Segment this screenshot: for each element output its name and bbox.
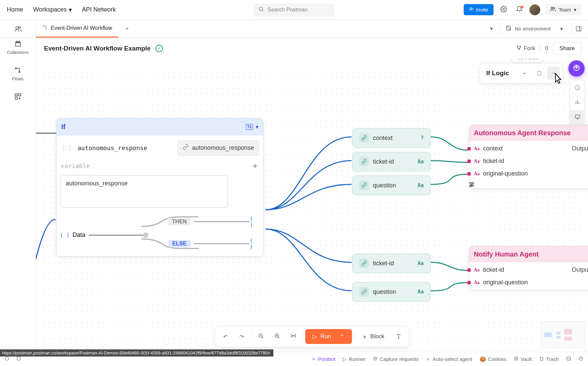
zoom-in-button[interactable] <box>270 329 285 344</box>
add-tab-button[interactable]: ＋ <box>118 20 136 38</box>
nav-workspaces[interactable]: Workspaces ▾ <box>33 6 72 14</box>
online-icon <box>5 356 9 362</box>
play-icon: ▷ <box>313 333 317 340</box>
team-label: Team <box>559 7 571 13</box>
chevron-down-icon[interactable]: ▾ <box>256 124 258 130</box>
environment-dropdown[interactable]: No environment ▾ <box>500 22 568 35</box>
svg-point-7 <box>553 7 555 9</box>
text-button[interactable]: T <box>391 329 406 344</box>
svg-point-10 <box>43 26 44 27</box>
status-help[interactable] <box>579 356 583 362</box>
avatar[interactable] <box>529 4 540 15</box>
presentation-icon <box>574 114 581 121</box>
svg-rect-24 <box>15 97 17 99</box>
gear-icon <box>500 6 507 14</box>
var-chip-ticket-id-b[interactable]: ticket-id Aa <box>352 253 431 273</box>
minimap[interactable] <box>541 321 585 348</box>
check-circle-icon: ✓ <box>426 356 430 362</box>
settings-button[interactable] <box>498 4 509 15</box>
then-output-port[interactable]: ( ) <box>250 215 259 228</box>
svg-rect-31 <box>575 115 580 118</box>
status-runner[interactable]: ▷ Runner <box>343 356 365 362</box>
variable-chip-label: autonomous_response <box>192 144 254 151</box>
fork-label: Fork <box>524 45 535 52</box>
result-row-label: original-question <box>483 170 528 177</box>
activity-button[interactable] <box>570 95 585 110</box>
slide-stop-button[interactable]: □ <box>533 67 546 80</box>
slide-next-button[interactable]: → <box>547 67 560 80</box>
arrow-left-icon: ← <box>522 70 528 77</box>
result-node-notify-human[interactable]: Notify Human Agent 3 Aaticket-idOutput( … <box>469 246 588 290</box>
sidebar-item-more[interactable] <box>14 93 22 101</box>
nav-home[interactable]: Home <box>7 6 23 13</box>
notification-dot <box>521 6 523 8</box>
flow-ai-button[interactable] <box>568 60 585 77</box>
svg-rect-23 <box>18 94 20 96</box>
slide-prev-button[interactable]: ← <box>519 67 531 80</box>
capture-label: Capture requests <box>380 356 419 362</box>
fit-view-button[interactable] <box>286 329 301 344</box>
status-online[interactable] <box>5 356 9 362</box>
status-cookies[interactable]: 🍪 Cookies <box>480 356 506 362</box>
undo-button[interactable]: ↶ <box>218 329 233 344</box>
link-icon <box>359 157 369 166</box>
help-icon <box>579 356 583 362</box>
status-auto-select[interactable]: ✓ Auto-select agent <box>426 356 472 362</box>
ts-badge-icon: TS <box>246 124 253 130</box>
status-sync[interactable] <box>16 356 21 362</box>
run-button[interactable]: ▷ Run ⌃ <box>305 329 352 344</box>
fork-button[interactable]: Fork <box>516 45 535 52</box>
if-condition-var: autonomous_response <box>78 144 147 151</box>
redo-button[interactable]: ↷ <box>234 329 249 344</box>
drag-handle-icon[interactable]: ⋮⋮ <box>61 144 73 152</box>
search-input[interactable]: Search Postman <box>253 3 335 16</box>
right-rail: ⓘ <box>570 80 585 125</box>
share-button[interactable]: Share <box>553 42 581 55</box>
link-icon <box>359 133 369 143</box>
var-chip-context[interactable]: context ? <box>352 128 431 148</box>
svg-point-18 <box>519 48 520 49</box>
sidebar-toggle-icon[interactable] <box>571 23 582 34</box>
else-output-port[interactable]: ( ) <box>250 237 259 250</box>
result-row-label: ticket-id <box>483 266 504 273</box>
team-dropdown[interactable]: Team ▾ <box>545 4 581 15</box>
then-branch-label: THEN <box>168 218 191 225</box>
status-panels[interactable] <box>566 356 571 362</box>
status-vault[interactable]: Vault <box>514 356 532 362</box>
tab-dropdown[interactable]: ▾ <box>486 23 497 34</box>
status-trash[interactable]: Trash <box>539 356 559 362</box>
invite-button[interactable]: Invite <box>464 4 493 15</box>
result-node-autonomous[interactable]: Autonomous Agent Response 2 AacontextOut… <box>469 125 588 189</box>
nav-api-network[interactable]: API Network <box>82 6 116 13</box>
var-chip-question-a[interactable]: question Aa <box>352 176 431 195</box>
var-chip-ticket-id-a[interactable]: ticket-id Aa <box>352 152 431 171</box>
status-postbot[interactable]: ✧ Postbot <box>312 356 335 362</box>
var-chip-question-b[interactable]: question Aa <box>352 282 431 302</box>
trash-icon <box>539 356 544 362</box>
notifications-button[interactable] <box>514 4 525 15</box>
sidebar-item-flows[interactable]: Flows <box>12 66 24 81</box>
presentation-button[interactable] <box>570 110 585 125</box>
if-block[interactable]: If TS ▾ ⋮⋮ autonomous_response autonomou… <box>56 118 264 257</box>
fork-count: 0 <box>545 45 548 52</box>
postbot-label: Postbot <box>318 356 335 362</box>
info-icon: ⓘ <box>575 84 580 92</box>
svg-point-54 <box>375 358 376 359</box>
variable-chip-autonomous-response[interactable]: autonomous_response <box>177 140 259 156</box>
zoom-out-button[interactable] <box>253 329 268 344</box>
vault-icon <box>514 356 519 362</box>
add-block-button[interactable]: ＋ Block <box>356 329 390 344</box>
svg-point-16 <box>517 46 518 47</box>
capture-icon <box>373 356 378 362</box>
info-button[interactable]: ⓘ <box>570 80 585 95</box>
sidebar-item-collections[interactable]: Collections <box>7 40 29 55</box>
trash-label: Trash <box>546 356 559 362</box>
var-chip-label: ticket-id <box>373 158 414 165</box>
link-icon <box>359 287 369 297</box>
if-expression-editor[interactable]: autonomous_response <box>61 175 228 208</box>
variable-placeholder[interactable]: variable <box>61 162 90 169</box>
tab-active[interactable]: Event-Driven AI Workflow <box>36 20 118 38</box>
status-capture[interactable]: Capture requests <box>373 356 419 362</box>
redo-icon: ↷ <box>239 333 244 340</box>
add-variable-button[interactable]: ＋ <box>251 160 259 171</box>
